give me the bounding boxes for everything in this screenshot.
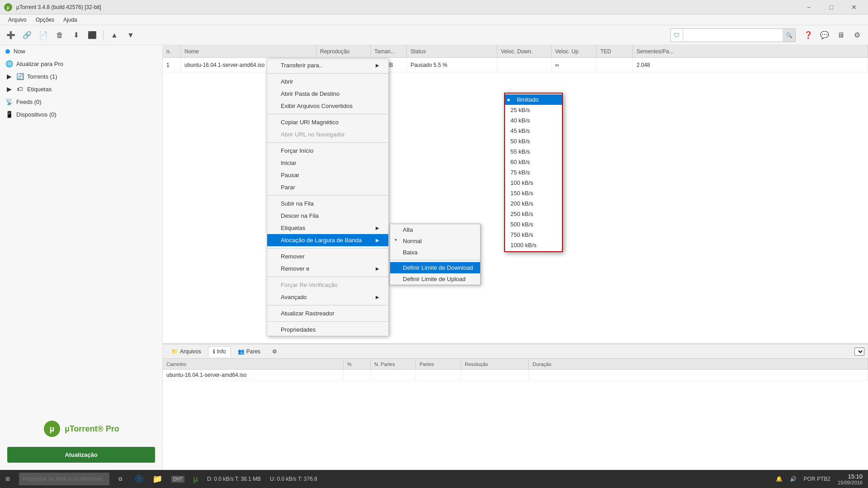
ctx-remover[interactable]: Remover [267, 250, 388, 263]
ctx-descer-fila-label: Descer na Fila [281, 212, 319, 219]
tab-pares-label: Pares [246, 348, 260, 355]
search-input[interactable] [683, 29, 783, 42]
ctx-sep-8 [267, 321, 388, 322]
svg-text:µ: µ [7, 5, 9, 10]
search-button[interactable]: 🔍 [783, 29, 795, 42]
close-button[interactable]: ✕ [844, 0, 864, 14]
sidebar-item-torrents[interactable]: ▶ 🔄 Torrents (1) [0, 70, 162, 83]
bw-definir-upload-label: Definir Limite de Upload [403, 276, 466, 282]
ctx-avancado[interactable]: Avançado ▶ [267, 291, 388, 303]
menu-ajuda[interactable]: Ajuda [59, 16, 82, 24]
sp-40[interactable]: 40 kB/s [505, 115, 562, 126]
sp-200[interactable]: 200 kB/s [505, 198, 562, 209]
bw-definir-upload[interactable]: Definir Limite de Upload [390, 273, 480, 285]
settings-button[interactable]: ⚙ [850, 28, 864, 42]
sidebar-logo: µ µTorrent® Pro [0, 411, 162, 447]
bw-definir-download[interactable]: Definir Limite de Download [390, 262, 480, 273]
sp-1000[interactable]: 1000 kB/s [505, 240, 562, 250]
update-button[interactable]: Atualização [7, 447, 155, 463]
ctx-atualizar-rastreador[interactable]: Atualizar Rastreador [267, 307, 388, 319]
ctx-copiar-uri[interactable]: Copiar URI Magnético [267, 116, 388, 128]
bottom-row[interactable]: ubuntu-16.04.1-server-amd64.iso [163, 370, 868, 380]
ctx-forcar-re-verificacao-label: Forçar Re-Verificação [281, 282, 338, 288]
sidebar-item-devices[interactable]: 📱 Dispositivos (0) [0, 108, 162, 121]
sp-75[interactable]: 75 kB/s [505, 167, 562, 178]
ctx-abrir-pasta[interactable]: Abrir Pasta de Destino [267, 88, 388, 100]
bottom-select[interactable] [854, 347, 864, 356]
sidebar-item-upgrade[interactable]: 🌐 Atualizar para Pro [0, 57, 162, 70]
bw-baixa-label: Baixa [403, 249, 418, 256]
sp-500[interactable]: 500 kB/s [505, 219, 562, 230]
download-button[interactable]: ⬇ [69, 28, 83, 42]
create-torrent-button[interactable]: 📄 [36, 28, 51, 42]
sidebar-item-feeds[interactable]: 📡 Feeds (0) [0, 95, 162, 108]
add-torrent-button[interactable]: ➕ [4, 28, 18, 42]
sp-50[interactable]: 50 kB/s [505, 136, 562, 146]
tab-pares[interactable]: 👥 Pares [233, 346, 265, 357]
bw-baixa[interactable]: Baixa [390, 247, 480, 258]
sb-start-button[interactable]: ⊞ [5, 476, 10, 482]
brcell-duracao [529, 370, 868, 380]
stop-button[interactable]: ⬛ [85, 28, 99, 42]
ctx-subir-fila[interactable]: Subir na Fila [267, 197, 388, 210]
sp-750[interactable]: 750 kB/s [505, 230, 562, 240]
ctx-forcar-inicio[interactable]: Forçar Início [267, 145, 388, 157]
ctx-pausar[interactable]: Pausar [267, 169, 388, 181]
sp-45[interactable]: 45 kB/s [505, 126, 562, 136]
ctx-abrir[interactable]: Abrir [267, 75, 388, 88]
menu-opcoes[interactable]: Opções [31, 16, 59, 24]
sb-explorer-icon[interactable]: 📁 [152, 474, 162, 484]
sp-55[interactable]: 55 kB/s [505, 146, 562, 157]
tab-info[interactable]: ℹ Info [208, 346, 231, 357]
utorrent-task-icon: µ [193, 474, 198, 484]
ctx-parar[interactable]: Parar [267, 181, 388, 193]
arquivos-icon: 📁 [171, 348, 178, 355]
remove-button[interactable]: 🗑 [52, 28, 67, 42]
sp-60[interactable]: 60 kB/s [505, 157, 562, 167]
help-button[interactable]: ❓ [801, 28, 816, 42]
ctx-abrir-url-label: Abrir URL no Navegador [281, 131, 345, 138]
sidebar-item-now[interactable]: Now [0, 45, 162, 57]
labels-icon: 🏷 [16, 85, 24, 93]
bw-normal[interactable]: ● Normal [390, 235, 480, 247]
sp-60-label: 60 kB/s [510, 159, 530, 165]
sb-windows-task-view[interactable]: ⧉ [118, 476, 123, 482]
sidebar-item-labels[interactable]: ▶ 🏷 Etiquetas [0, 83, 162, 95]
sp-150[interactable]: 150 kB/s [505, 188, 562, 198]
dht-label: DHT [171, 476, 184, 483]
ctx-propriedades[interactable]: Propriedades [267, 324, 388, 336]
remote-button[interactable]: 🖥 [834, 28, 848, 42]
sp-250[interactable]: 250 kB/s [505, 209, 562, 219]
ctx-exibir-arquivos[interactable]: Exibir Arquivos Convertidos [267, 100, 388, 112]
now-dot [5, 49, 10, 54]
ctx-descer-fila[interactable]: Descer na Fila [267, 210, 388, 222]
sp-100[interactable]: 100 kB/s [505, 178, 562, 188]
move-up-button[interactable]: ▲ [107, 28, 122, 42]
ctx-transferir[interactable]: Transferir para.. ▶ [267, 59, 388, 71]
ctx-abrir-label: Abrir [281, 78, 293, 85]
sp-25[interactable]: 25 kB/s [505, 105, 562, 115]
sp-ilimitado[interactable]: ● Ilimitado [505, 94, 562, 105]
sb-edge-icon[interactable]: ⓔ [135, 474, 143, 484]
bw-alta[interactable]: Alta [390, 224, 480, 235]
ctx-remover-e[interactable]: Remover e ▶ [267, 263, 388, 275]
file-explorer-icon: 📁 [152, 474, 162, 484]
ctx-etiquetas[interactable]: Etiquetas ▶ [267, 222, 388, 234]
ctx-alocacao[interactable]: Alocação de Largura de Banda ▶ [267, 234, 388, 246]
sb-utorrent-task[interactable]: µ [193, 474, 198, 484]
ctx-iniciar[interactable]: Iniciar [267, 157, 388, 169]
add-url-button[interactable]: 🔗 [20, 28, 34, 42]
sp-ilimitado-label: Ilimitado [510, 96, 538, 103]
minimize-button[interactable]: − [798, 0, 819, 14]
move-down-button[interactable]: ▼ [123, 28, 138, 42]
ctx-sep-1 [267, 73, 388, 74]
tab-arquivos[interactable]: 📁 Arquivos [166, 346, 206, 357]
search-web-input[interactable] [19, 473, 109, 485]
tab-settings[interactable]: ⚙ [267, 346, 282, 357]
sb-dht-icon[interactable]: DHT [171, 476, 184, 483]
ctx-sep-5 [267, 248, 388, 249]
maximize-button[interactable]: □ [821, 0, 842, 14]
ctx-transferir-label: Transferir para.. [281, 62, 322, 69]
menu-arquivo[interactable]: Arquivo [4, 16, 31, 24]
chat-button[interactable]: 💬 [817, 28, 832, 42]
